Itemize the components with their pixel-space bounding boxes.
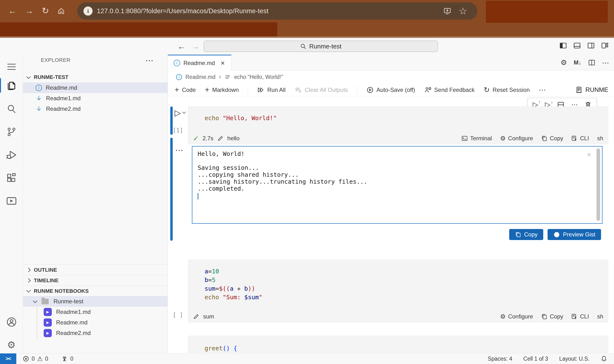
reset-session-button[interactable]: ↻ Reset Session — [484, 86, 530, 93]
auto-save-button[interactable]: Auto-Save (off) — [366, 86, 415, 93]
gear-icon: ⚙ — [500, 135, 506, 142]
output-close-icon[interactable]: × — [587, 150, 591, 158]
account-icon[interactable] — [0, 314, 23, 330]
tab-close-icon[interactable]: × — [221, 59, 225, 67]
menu-icon[interactable] — [0, 59, 23, 74]
browser-reload-icon[interactable]: ↻ — [42, 6, 49, 15]
search-activity-icon[interactable] — [0, 101, 23, 117]
file-label: Readme.md — [46, 84, 77, 91]
file-row-readme[interactable]: i Readme.md — [23, 82, 167, 93]
outline-section[interactable]: OUTLINE — [23, 264, 167, 275]
remote-indicator[interactable]: >< — [0, 353, 16, 364]
output-menu-icon[interactable]: ⋯ — [175, 145, 184, 155]
radio-tower-icon — [61, 355, 68, 362]
copy-action[interactable]: Copy — [541, 313, 563, 320]
code-line[interactable]: echo "Hello, World!" — [188, 107, 608, 123]
cli-action[interactable]: CLI — [571, 135, 589, 142]
browser-forward-icon[interactable]: → — [25, 6, 34, 15]
editor-more-icon[interactable]: ⋯ — [602, 59, 609, 67]
chevron-down-icon — [26, 288, 30, 292]
configure-action[interactable]: ⚙ Configure — [500, 313, 533, 320]
browser-address-bar[interactable]: i 127.0.0.1:8080/?folder=/Users/macos/De… — [77, 2, 477, 20]
send-feedback-button[interactable]: Send Feedback — [424, 86, 475, 93]
customize-layout-icon[interactable] — [601, 42, 609, 49]
run-debug-icon[interactable] — [0, 147, 23, 163]
terminal-output[interactable]: Hello, World! Saving session... ...copyi… — [192, 146, 602, 224]
explorer-activity-icon[interactable] — [0, 78, 23, 93]
notebook-file-row[interactable]: ▶ Readme.md — [23, 317, 167, 328]
run-cell-button[interactable]: ▷ — [175, 108, 185, 117]
editor-area: i Readme.md × ⚙ M↓ ⋯ i Readme.md › — [168, 55, 614, 353]
notifications-bell-icon[interactable] — [601, 355, 607, 362]
file-row-readme1[interactable]: Readme1.md — [23, 93, 167, 104]
split-editor-icon[interactable] — [588, 59, 595, 66]
tab-readme[interactable]: i Readme.md × — [168, 55, 232, 70]
ports-indicator[interactable]: 0 — [61, 355, 73, 362]
code-cell-3[interactable]: greet() { echo "Hello, $1!" — [188, 336, 608, 353]
breadcrumb-cell[interactable]: echo "Hello, World!" — [234, 74, 283, 80]
cell-name[interactable]: sum — [203, 313, 214, 320]
add-code-button[interactable]: + Code — [175, 86, 196, 93]
code-cell-2[interactable]: a=10 b=5 sum=$((a + b)) echo "Sum: $sum"… — [188, 260, 608, 322]
explorer-more-icon[interactable]: ⋯ — [145, 56, 154, 65]
toolbar-more-icon[interactable]: ⋯ — [539, 86, 546, 94]
keyboard-layout[interactable]: Layout: U.S. — [559, 356, 589, 362]
browser-home-icon[interactable] — [57, 7, 65, 15]
history-forward-icon[interactable]: → — [191, 42, 199, 51]
output-scrollbar[interactable] — [597, 148, 600, 221]
runme-notebooks-section[interactable]: RUNME NOTEBOOKS — [23, 286, 167, 296]
code-line[interactable]: greet() { — [188, 336, 608, 353]
add-markdown-button[interactable]: + Markdown — [205, 86, 239, 93]
runme-play-icon: ▶ — [44, 308, 52, 316]
install-app-icon[interactable] — [443, 7, 451, 15]
site-info-icon[interactable]: i — [83, 6, 92, 16]
copy-action[interactable]: Copy — [541, 135, 563, 142]
chevron-right-icon — [26, 268, 30, 272]
editor-gear-icon[interactable]: ⚙ — [561, 59, 567, 66]
timeline-section[interactable]: TIMELINE — [23, 275, 167, 286]
code-line[interactable]: a=10 — [188, 260, 608, 276]
cell-position[interactable]: Cell 1 of 3 — [523, 356, 548, 362]
cell-language[interactable]: sh — [597, 135, 603, 142]
toggle-secondary-sidebar-icon[interactable] — [587, 42, 595, 49]
cell-name[interactable]: hello — [227, 135, 240, 142]
toggle-sidebar-icon[interactable] — [559, 42, 567, 49]
code-line[interactable]: echo "Sum: $sum" — [188, 293, 608, 302]
browser-back-icon[interactable]: ← — [8, 6, 17, 15]
notebooks-folder-row[interactable]: Runme-test — [23, 296, 167, 307]
notebook-file-row[interactable]: ▶ Readme2.md — [23, 328, 167, 338]
code-line[interactable]: sum=$((a + b)) — [188, 284, 608, 293]
indentation-setting[interactable]: Spaces: 4 — [488, 356, 512, 362]
code-cell-1[interactable]: echo "Hello, World!" ✓ 2.7s hello — [188, 106, 608, 144]
notebook-file-row[interactable]: ▶ Readme1.md — [23, 307, 167, 317]
workspace-root-row[interactable]: RUNME-TEST — [23, 72, 167, 82]
cli-action[interactable]: CLI — [571, 313, 589, 320]
pencil-icon[interactable] — [217, 135, 223, 142]
tab-label: Readme.md — [183, 60, 215, 66]
toggle-panel-icon[interactable] — [573, 42, 581, 49]
run-all-button[interactable]: Run All — [257, 86, 286, 93]
github-icon — [553, 231, 560, 238]
notebook-toolbar: + Code + Markdown Run All — [168, 83, 614, 96]
problems-indicator[interactable]: 0 ⚠ 0 — [23, 355, 48, 362]
file-row-readme2[interactable]: Readme2.md — [23, 104, 167, 114]
settings-gear-icon[interactable]: ⚙ — [0, 337, 23, 352]
success-check-icon: ✓ — [193, 134, 199, 143]
bookmark-star-icon[interactable]: ☆ — [458, 6, 467, 16]
execution-order: [ ] — [173, 312, 188, 318]
breadcrumb-file[interactable]: Readme.md — [185, 74, 215, 80]
configure-action[interactable]: ⚙ Configure — [500, 135, 533, 142]
history-back-icon[interactable]: ← — [178, 42, 186, 51]
markdown-preview-icon[interactable]: M↓ — [574, 59, 581, 66]
cell-language[interactable]: sh — [597, 313, 603, 320]
runme-activity-icon[interactable] — [0, 193, 23, 209]
preview-gist-button[interactable]: Preview Gist — [548, 229, 601, 240]
code-line[interactable]: b=5 — [188, 276, 608, 284]
pencil-icon[interactable] — [193, 313, 199, 320]
copy-output-button[interactable]: Copy — [509, 229, 543, 240]
source-control-icon[interactable] — [0, 124, 23, 140]
terminal-action[interactable]: Terminal — [461, 135, 492, 142]
copy-icon — [541, 313, 547, 320]
extensions-icon[interactable] — [0, 170, 23, 186]
command-center[interactable]: Runme-test — [204, 40, 438, 52]
